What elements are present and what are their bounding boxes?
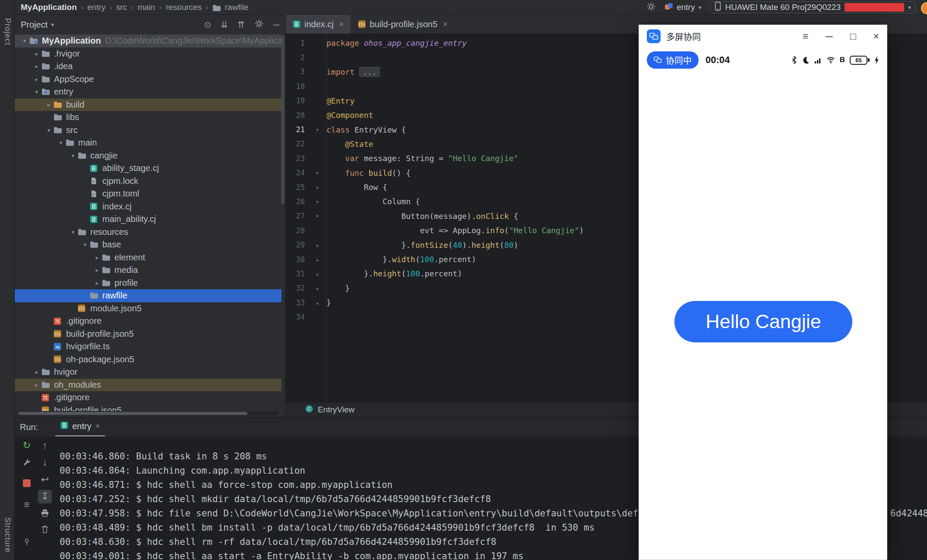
fold-marker-icon[interactable]: ▴ — [308, 285, 326, 291]
tree-row-entry[interactable]: ▾entry — [15, 85, 282, 98]
chevron-collapsed-icon[interactable]: ▸ — [92, 254, 102, 261]
tree-row-idea[interactable]: ▸.idea — [15, 60, 282, 73]
editor-tab-build-profile-json5[interactable]: {5}build-profile.json5× — [351, 15, 455, 34]
tree-row-cjpm-toml[interactable]: cjpm.toml — [15, 187, 282, 200]
tree-row-ability-stage-cj[interactable]: ability_stage.cj — [15, 162, 282, 175]
tree-row-hvigorfile-ts[interactable]: TShvigorfile.ts — [15, 340, 282, 353]
clear-icon[interactable] — [38, 522, 52, 536]
tool-window-tab-structure[interactable]: Structure — [0, 517, 15, 555]
down-icon[interactable]: ↓ — [38, 456, 52, 469]
tree-row-module-json5[interactable]: {5}module.json5 — [15, 302, 282, 315]
scroll-end-icon[interactable]: ↧ — [38, 490, 52, 503]
tree-row-rawfile[interactable]: rawfile — [15, 289, 282, 302]
chevron-collapsed-icon[interactable]: ▸ — [32, 76, 41, 82]
fold-marker-icon[interactable]: ▴ — [308, 256, 326, 263]
chevron-expanded-icon[interactable]: ▾ — [20, 38, 29, 44]
tree-row-myapplication[interactable]: ▾MyApplicationD:\CodeWorld\CangJie\WorkS… — [15, 35, 282, 47]
tree-row-appscope[interactable]: ▸AppScope — [15, 73, 282, 86]
breadcrumb-item-myapplication[interactable]: MyApplication — [21, 3, 77, 12]
project-panel-title[interactable]: Project — [21, 20, 47, 30]
device-select[interactable]: HUAWEI Mate 60 Pro[29Q0223 ▾ — [710, 1, 916, 13]
tree-row-hvigor[interactable]: ▸hvigor — [15, 366, 282, 379]
tree-row-hvigor[interactable]: ▸.hvigor — [15, 47, 282, 60]
mirror-titlebar[interactable]: 多屏协同 ≡─□× — [639, 25, 887, 47]
tree-row-oh-package-json5[interactable]: {5}oh-package.json5 — [15, 353, 282, 366]
close-icon[interactable]: × — [443, 20, 448, 29]
tree-row-media[interactable]: ▸media — [15, 264, 282, 277]
chevron-expanded-icon[interactable]: ▾ — [68, 229, 78, 235]
tree-row-base[interactable]: ▾base — [15, 238, 282, 251]
maximize-icon[interactable]: □ — [850, 31, 856, 42]
editor-tab-index-cj[interactable]: index.cj× — [286, 15, 351, 34]
close-icon[interactable]: × — [339, 20, 344, 29]
pin-icon[interactable] — [20, 535, 34, 549]
chevron-collapsed-icon[interactable]: ▸ — [32, 369, 41, 375]
menu-icon[interactable]: ≡ — [803, 31, 808, 42]
gear-icon[interactable] — [646, 2, 656, 13]
chevron-collapsed-icon[interactable]: ▸ — [32, 51, 41, 57]
collapse-all-icon[interactable]: ⇈ — [237, 19, 245, 30]
stack-icon[interactable]: ≡ — [20, 498, 34, 512]
stop-icon[interactable] — [20, 476, 34, 490]
chevron-expanded-icon[interactable]: ▾ — [44, 127, 54, 133]
tree-row-index-cj[interactable]: index.cj — [15, 200, 282, 213]
fold-marker-icon[interactable]: ▴ — [308, 299, 326, 306]
chevron-expanded-icon[interactable]: ▾ — [68, 152, 78, 159]
tree-row-main[interactable]: ▾main — [15, 136, 282, 149]
tree-row-cangjie[interactable]: ▾cangjie — [15, 149, 282, 162]
expand-all-icon[interactable]: ⇊ — [221, 19, 228, 30]
settings-icon[interactable] — [254, 19, 264, 31]
tree-row-libs[interactable]: libs — [15, 111, 282, 124]
print-icon[interactable] — [38, 506, 52, 520]
locate-icon[interactable]: ⊙ — [204, 19, 212, 30]
tree-row-gitignore[interactable]: .gitignore — [15, 391, 282, 404]
notification-icon[interactable] — [921, 2, 927, 14]
fold-marker-icon[interactable]: ▾ — [308, 184, 326, 191]
chevron-collapsed-icon[interactable]: ▸ — [92, 267, 102, 273]
tree-row-build-profile-json5[interactable]: {5}build-profile.json5 — [15, 328, 282, 341]
close-icon[interactable]: × — [873, 31, 879, 42]
fold-marker-icon[interactable]: ▾ — [308, 198, 326, 205]
tree-row-resources[interactable]: ▾resources — [15, 226, 282, 239]
tree-row-profile[interactable]: ▸profile — [15, 277, 282, 290]
breadcrumb-item-main[interactable]: main — [137, 3, 155, 12]
tree-row-gitignore[interactable]: .gitignore — [15, 315, 282, 328]
tree-row-main-ability-cj[interactable]: main_ability.cj — [15, 213, 282, 226]
tree-row-src[interactable]: ▾src — [15, 124, 282, 137]
run-tab-entry[interactable]: entry × — [55, 418, 105, 437]
hide-icon[interactable]: ─ — [273, 20, 279, 30]
rerun-icon[interactable]: ↻ — [20, 439, 34, 452]
close-icon[interactable]: × — [95, 422, 100, 431]
chevron-collapsed-icon[interactable]: ▸ — [32, 382, 41, 388]
minimize-icon[interactable]: ─ — [826, 31, 832, 42]
tool-window-tab-project[interactable]: Project — [0, 18, 15, 47]
breadcrumb-item-rawfile[interactable]: rawfile — [225, 3, 249, 12]
softwrap-icon[interactable]: ↩ — [38, 473, 52, 487]
tree-row-oh-modules[interactable]: ▸oh_modules — [15, 379, 282, 392]
tree-row-element[interactable]: ▸element — [15, 251, 282, 264]
fold-marker-icon[interactable]: ▾ — [308, 169, 326, 176]
run-config-select[interactable]: entry ▾ — [664, 2, 701, 13]
vertical-scrollbar[interactable] — [281, 35, 285, 204]
chevron-expanded-icon[interactable]: ▾ — [80, 241, 90, 248]
up-icon[interactable]: ↑ — [38, 439, 52, 452]
horizontal-scrollbar[interactable] — [17, 411, 278, 415]
breadcrumb-item-entry[interactable]: entry — [87, 3, 105, 12]
fold-marker-icon[interactable]: ▴ — [308, 270, 326, 277]
editor-breadcrumb-label[interactable]: EntryView — [318, 405, 354, 414]
chevron-collapsed-icon[interactable]: ▸ — [32, 63, 41, 70]
tree-row-cjpm-lock[interactable]: cjpm.lock — [15, 175, 282, 188]
chevron-expanded-icon[interactable]: ▾ — [32, 89, 41, 95]
chevron-collapsed-icon[interactable]: ▸ — [44, 101, 54, 108]
tree-row-build-profile-json5[interactable]: {5}build-profile.json5 — [15, 404, 282, 411]
chevron-expanded-icon[interactable]: ▾ — [56, 139, 66, 146]
fold-marker-icon[interactable]: ▴ — [308, 241, 326, 248]
fold-marker-icon[interactable]: ▾ — [308, 126, 326, 133]
chevron-collapsed-icon[interactable]: ▸ — [92, 280, 102, 286]
fold-marker-icon[interactable]: ▾ — [308, 212, 326, 219]
hello-cangjie-button[interactable]: Hello Cangjie — [674, 301, 852, 342]
breadcrumb-item-src[interactable]: src — [116, 3, 127, 12]
tree-row-build[interactable]: ▸build — [15, 98, 282, 111]
breadcrumb-item-resources[interactable]: resources — [166, 3, 202, 12]
wrench-icon[interactable] — [20, 456, 34, 469]
